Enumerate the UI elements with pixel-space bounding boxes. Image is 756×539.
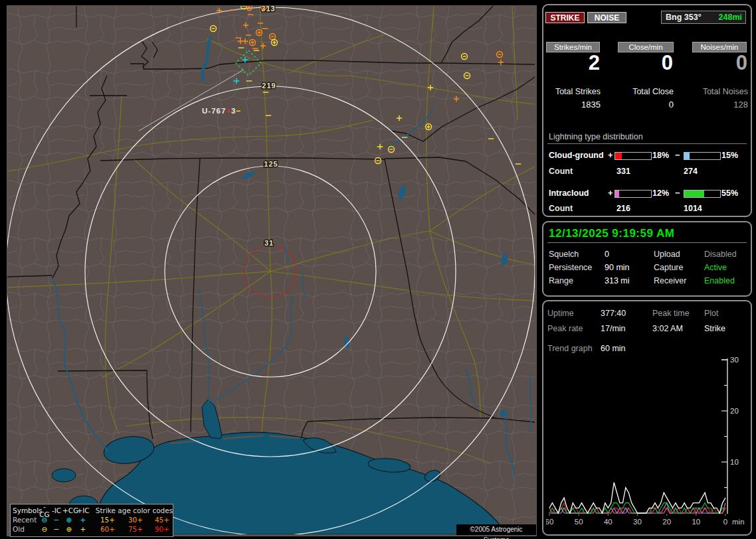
peak-rate-label: Peak rate	[547, 324, 583, 333]
range-ring-label: 31	[264, 239, 274, 247]
total-close-label: Total Close	[616, 87, 674, 96]
ic-pos-pct: 12%	[652, 189, 669, 198]
total-strikes-label: Total Strikes	[545, 87, 601, 96]
legend-cell: ⊕	[62, 525, 76, 533]
svg-text:20: 20	[730, 407, 739, 415]
svg-text:10: 10	[692, 518, 700, 526]
nexstorm-window: 31321912531 U-767+3− Symbols-CG-IC+CG+IC…	[0, 0, 756, 539]
ic-neg-pct: 55%	[721, 189, 738, 198]
svg-text:60: 60	[546, 518, 553, 526]
legend-cell: 30+	[121, 516, 150, 524]
legend-cell: ⊖	[39, 516, 50, 524]
legend-cell: Old	[11, 525, 39, 533]
legend-cell: -IC	[50, 506, 62, 514]
count-label: Count	[549, 167, 573, 176]
capture-label: Capture	[654, 263, 683, 272]
total-strikes-value: 1835	[545, 100, 601, 110]
legend-cell: 45+	[150, 516, 174, 524]
trend-panel: Uptime 377:40 Peak time Plot Peak rate 1…	[542, 300, 752, 536]
svg-text:30: 30	[730, 357, 739, 364]
close-per-min-value: 0	[616, 51, 674, 75]
strike-legend: Symbols-CG-IC+CG+ICStrike age color code…	[10, 504, 173, 537]
cg-neg-count: 274	[684, 167, 698, 176]
receiver-label: Receiver	[654, 276, 686, 285]
svg-text:0: 0	[723, 518, 727, 526]
cg-neg-bar	[684, 152, 721, 160]
ic-pos-bar	[614, 190, 652, 198]
lightning-map[interactable]: 31321912531 U-767+3−	[7, 6, 535, 534]
range-value: 313 mi	[605, 276, 630, 285]
persistence-label: Persistence	[549, 263, 592, 272]
plus-sign: +	[608, 188, 613, 198]
legend-cell: −	[50, 525, 62, 533]
trend-window-value: 60 min	[601, 344, 626, 353]
squelch-label: Squelch	[549, 250, 579, 259]
ic-pos-count: 216	[616, 204, 630, 213]
legend-cell: Strike age color codes	[94, 506, 174, 514]
plus-sign: +	[608, 150, 613, 160]
strikes-per-min-value: 2	[545, 51, 601, 75]
legend-cell: +	[76, 525, 90, 533]
upload-value: Disabled	[704, 250, 737, 259]
legend-cell: Recent	[11, 516, 39, 524]
peak-time-value: 3:02 AM	[652, 324, 683, 333]
total-noises-value: 128	[691, 100, 748, 110]
plot-value: Strike	[704, 324, 725, 333]
trend-graph-label: Trend graph	[547, 344, 593, 353]
svg-text:50: 50	[575, 518, 583, 526]
svg-text:40: 40	[604, 518, 613, 526]
bearing-value: Bng 353°	[662, 13, 702, 22]
ic-neg-bar	[684, 190, 721, 198]
cg-pos-bar	[614, 152, 652, 160]
trend-graph: 1020306050403020100min	[546, 357, 748, 532]
peak-rate-value: 17/min	[601, 324, 626, 333]
legend-cell: +IC	[76, 506, 90, 514]
count-label: Count	[549, 204, 573, 213]
squelch-value: 0	[605, 250, 609, 259]
peak-time-label: Peak time	[652, 309, 690, 318]
legend-cell: +CG	[62, 506, 76, 514]
range-label: Range	[549, 276, 573, 285]
legend-cell: 60+	[94, 525, 121, 533]
legend-cell: ⊖	[39, 525, 50, 533]
cg-neg-pct: 15%	[721, 151, 738, 160]
svg-text:10: 10	[730, 458, 739, 466]
legend-cell: +	[76, 516, 90, 524]
minus-sign: −	[675, 188, 680, 198]
ic-neg-count: 1014	[684, 204, 702, 213]
minus-sign: −	[675, 150, 680, 160]
range-ring-label: 125	[264, 160, 278, 168]
strike-mode-button[interactable]: STRIKE	[545, 12, 585, 23]
legend-cell: 90+	[150, 525, 174, 533]
legend-cell: Symbols	[11, 506, 39, 514]
capture-value: Active	[704, 263, 727, 272]
counter-panel: STRIKE NOISE Bng 353° 248mi Strikes/min …	[542, 4, 752, 217]
receiver-value: Enabled	[704, 276, 735, 285]
cloud-ground-label: Cloud-ground	[549, 151, 604, 160]
upload-label: Upload	[654, 250, 680, 259]
svg-text:30: 30	[633, 518, 642, 526]
storm-cell-label: U-767+3−	[202, 107, 241, 115]
range-ring-label: 219	[262, 82, 276, 90]
svg-text:20: 20	[662, 518, 671, 526]
intracloud-label: Intracloud	[549, 189, 589, 198]
noises-per-min-value: 0	[691, 51, 748, 75]
map-canvas[interactable]: 31321912531 U-767+3− Symbols-CG-IC+CG+IC…	[7, 5, 537, 536]
legend-cell: 75+	[121, 525, 150, 533]
plot-label: Plot	[704, 309, 719, 318]
total-close-value: 0	[616, 100, 674, 110]
cg-pos-pct: 18%	[652, 151, 669, 160]
noise-mode-button[interactable]: NOISE	[587, 12, 626, 23]
bearing-readout: Bng 353° 248mi	[661, 11, 746, 24]
total-noises-label: Total Noises	[691, 87, 748, 96]
uptime-label: Uptime	[547, 309, 574, 318]
datetime-display: 12/13/2025 9:19:59 AM	[549, 227, 674, 240]
legend-cell: 15+	[94, 516, 121, 524]
distribution-title: Lightning type distribution	[549, 132, 643, 141]
persistence-value: 90 min	[605, 263, 630, 272]
status-panel: 12/13/2025 9:19:59 AM Squelch 0 Upload D…	[542, 221, 752, 297]
uptime-value: 377:40	[601, 309, 626, 318]
bearing-range-value: 248mi	[719, 11, 742, 23]
copyright-label: ©2005 Astrogenic Systems	[456, 524, 536, 535]
legend-cell: −	[50, 516, 62, 524]
